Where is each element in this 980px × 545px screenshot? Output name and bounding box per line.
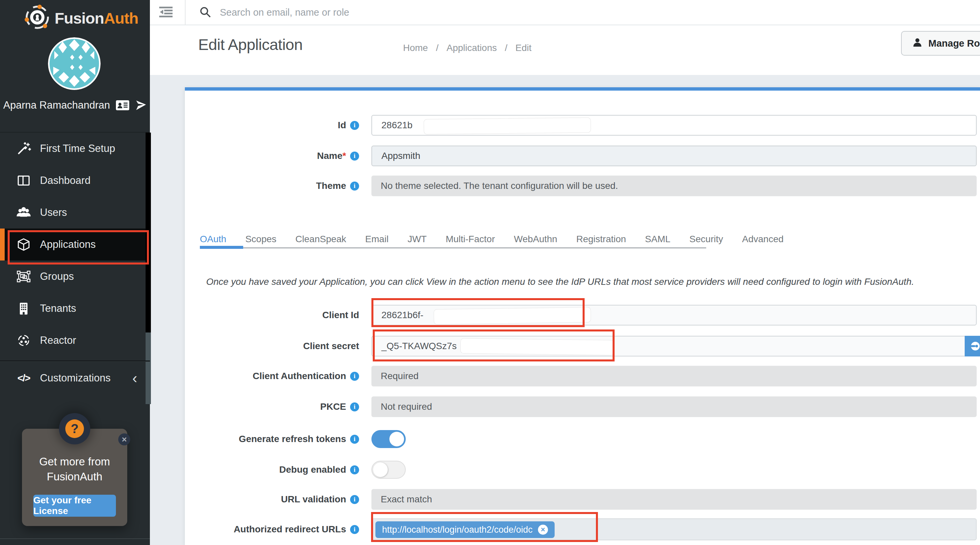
- client-id-field[interactable]: 28621b6f-: [371, 305, 977, 325]
- tab-jwt[interactable]: JWT: [407, 234, 427, 244]
- info-icon[interactable]: [350, 151, 359, 161]
- tab-webauthn[interactable]: WebAuthn: [514, 234, 557, 244]
- sidebar-item-label: Tenants: [40, 303, 76, 314]
- search-bar: [199, 0, 587, 25]
- sidebar-divider: [0, 360, 150, 362]
- info-icon[interactable]: [350, 465, 359, 474]
- reveal-secret-button[interactable]: [965, 336, 980, 357]
- info-icon[interactable]: [350, 182, 359, 191]
- chevron-left-icon[interactable]: ‹: [132, 371, 137, 386]
- sidebar-item-reactor[interactable]: Reactor: [0, 325, 150, 357]
- user-name: Aparna Ramachandran: [3, 99, 110, 111]
- redaction-overlay: [460, 338, 614, 355]
- brand-logo[interactable]: FusionAuth: [24, 4, 138, 32]
- sidebar-item-dashboard[interactable]: Dashboard: [0, 164, 150, 196]
- id-label: Id: [185, 115, 359, 135]
- redirect-url-chip: http://localhost/login/oauth2/code/oidc: [375, 521, 555, 538]
- sidebar-item-label: Groups: [40, 271, 74, 282]
- get-license-button[interactable]: Get your free License: [33, 495, 116, 517]
- sidebar-item-users[interactable]: Users: [0, 196, 150, 228]
- tab-cleanspeak[interactable]: CleanSpeak: [296, 234, 347, 244]
- debug-enabled-row: Debug enabled: [185, 461, 980, 479]
- generate-refresh-tokens-row: Generate refresh tokens: [185, 430, 980, 448]
- info-icon[interactable]: [350, 495, 359, 504]
- client-authentication-label: Client Authentication: [185, 366, 359, 386]
- breadcrumb-home[interactable]: Home: [403, 43, 428, 53]
- tab-saml[interactable]: SAML: [645, 234, 670, 244]
- sidebar-item-customizations[interactable]: </> Customizations ‹: [0, 362, 150, 394]
- pkce-field: Not required: [371, 397, 977, 417]
- theme-row: Theme No theme selected. The tenant conf…: [185, 175, 980, 196]
- code-icon: </>: [16, 373, 31, 384]
- breadcrumb-edit: Edit: [515, 43, 531, 53]
- object-group-icon: [16, 269, 31, 284]
- url-validation-field: Exact match: [371, 489, 977, 510]
- search-input[interactable]: [219, 7, 587, 18]
- breadcrumb: Home / Applications / Edit: [403, 43, 531, 53]
- sidebar-item-label: Customizations: [40, 372, 111, 384]
- promo-title: Get more from FusionAuth: [22, 454, 127, 484]
- tab-oauth[interactable]: OAuth: [200, 234, 226, 244]
- info-icon[interactable]: [350, 372, 359, 381]
- tab-scopes[interactable]: Scopes: [245, 234, 276, 244]
- client-authentication-row: Client Authentication Required: [185, 366, 980, 386]
- authorized-redirect-urls-row: Authorized redirect URLs http://localhos…: [185, 518, 980, 540]
- building-icon: [16, 301, 31, 316]
- manage-roles-button[interactable]: Manage Roles: [901, 31, 980, 56]
- name-row: Name* Appsmith: [185, 146, 980, 166]
- remove-url-icon[interactable]: [538, 525, 548, 535]
- avatar: [48, 37, 100, 90]
- sidebar-item-label: First Time Setup: [40, 143, 115, 155]
- sidebar-item-first-time-setup[interactable]: First Time Setup: [0, 132, 150, 164]
- sidebar-scrollbar-track: [146, 132, 151, 333]
- generate-refresh-tokens-toggle[interactable]: [371, 430, 406, 448]
- pkce-row: PKCE Not required: [185, 397, 980, 417]
- reactor-icon: [16, 333, 31, 348]
- sidebar-menu: First Time Setup Dashboard: [0, 132, 150, 357]
- info-icon[interactable]: [350, 402, 359, 411]
- breadcrumb-separator: /: [505, 43, 508, 53]
- breadcrumb-applications[interactable]: Applications: [446, 43, 497, 53]
- id-field[interactable]: 28621b: [371, 115, 977, 135]
- fusionauth-admin-screen: FusionAuth: [0, 0, 980, 545]
- columns-icon: [16, 174, 31, 188]
- tab-bar: OAuth Scopes CleanSpeak Email JWT Multi-…: [200, 230, 783, 249]
- sidebar-collapse-icon[interactable]: [159, 7, 173, 19]
- tab-multi-factor[interactable]: Multi-Factor: [446, 234, 495, 244]
- sidebar: FusionAuth: [0, 0, 150, 545]
- manage-roles-label: Manage Roles: [928, 38, 980, 49]
- authorized-redirect-urls-field[interactable]: http://localhost/login/oauth2/code/oidc: [371, 518, 977, 540]
- client-authentication-field: Required: [371, 366, 977, 386]
- info-icon[interactable]: [350, 525, 359, 534]
- help-icon[interactable]: [59, 413, 90, 445]
- fusionauth-logo-icon: [24, 4, 51, 32]
- tab-security[interactable]: Security: [689, 234, 723, 244]
- id-row: Id 28621b: [185, 115, 980, 135]
- info-icon[interactable]: [350, 121, 359, 130]
- tab-advanced[interactable]: Advanced: [742, 234, 784, 244]
- debug-enabled-label: Debug enabled: [185, 461, 359, 479]
- tab-email[interactable]: Email: [365, 234, 388, 244]
- tab-registration[interactable]: Registration: [576, 234, 626, 244]
- client-secret-field[interactable]: _Q5-TKAWQSz7s: [371, 336, 977, 357]
- send-icon[interactable]: [135, 100, 146, 111]
- sidebar-item-label: Applications: [40, 239, 95, 250]
- brand-name: FusionAuth: [55, 9, 138, 27]
- promo-close-icon[interactable]: [118, 433, 130, 445]
- sidebar-bottom-divider: [0, 538, 150, 539]
- info-icon[interactable]: [350, 435, 359, 444]
- url-validation-label: URL validation: [185, 489, 359, 510]
- name-label: Name*: [185, 146, 359, 166]
- sidebar-item-label: Users: [40, 207, 67, 218]
- sidebar-item-tenants[interactable]: Tenants: [0, 293, 150, 325]
- debug-enabled-toggle[interactable]: [371, 461, 406, 479]
- sidebar-item-label: Dashboard: [40, 175, 91, 186]
- active-tab-indicator: [200, 246, 243, 249]
- sidebar-item-applications[interactable]: Applications: [0, 228, 150, 260]
- redaction-overlay: [424, 117, 591, 134]
- sidebar-item-groups[interactable]: Groups: [0, 260, 150, 293]
- name-field[interactable]: Appsmith: [371, 146, 977, 166]
- client-id-row: Client Id 28621b6f-: [185, 305, 980, 325]
- contact-card-icon[interactable]: [116, 100, 129, 110]
- client-secret-label: Client secret: [185, 336, 359, 357]
